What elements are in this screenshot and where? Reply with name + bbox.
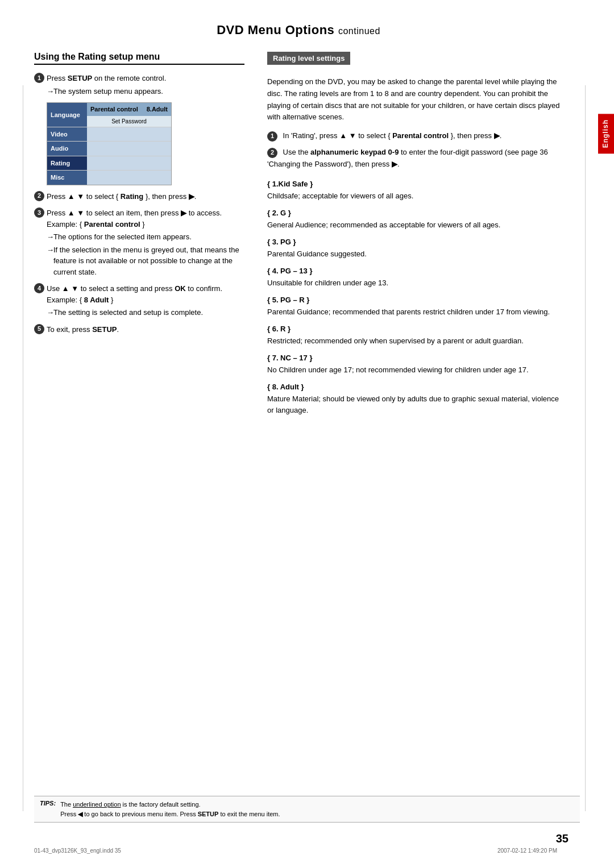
right-step-2-keypad: alphanumeric keypad 0-9 — [310, 148, 399, 156]
rating-categories: { 1.Kid Safe } Childsafe; acceptable for… — [267, 178, 563, 416]
menu-row-rating: Rating — [47, 156, 171, 171]
rating-4-title: { 4. PG – 13 } — [267, 265, 563, 277]
two-column-layout: Using the Rating setup menu 1 Press SETU… — [34, 52, 563, 421]
step-3-arrow2: If the selection in the menu is greyed o… — [47, 244, 244, 278]
step-3-example: Parental control — [84, 220, 140, 229]
right-step-1-number: 1 — [267, 131, 277, 142]
rating-1-title: { 1.Kid Safe } — [267, 178, 563, 190]
footer-left: 01-43_dvp3126K_93_engl.indd 35 — [34, 848, 121, 854]
step-2: 2 Press ▲ ▼ to select { Rating }, then p… — [34, 191, 244, 202]
step-2-number: 2 — [34, 191, 44, 201]
menu-parental-value: 8.Adult — [147, 105, 168, 114]
step-4: 4 Use ▲ ▼ to select a setting and press … — [34, 283, 244, 318]
step-1: 1 Press SETUP on the remote control. The… — [34, 73, 244, 185]
menu-label-audio: Audio — [47, 142, 87, 156]
menu-label-rating: Rating — [47, 156, 87, 171]
rating-2-title: { 2. G } — [267, 207, 563, 219]
rating-3-title: { 3. PG } — [267, 236, 563, 248]
step-3-bold: ▲ ▼ — [68, 209, 84, 217]
menu-label-language: Language — [47, 103, 87, 127]
rating-4-desc: Unsuitable for children under age 13. — [267, 277, 563, 289]
rating-8: { 8. Adult } Mature Material; should be … — [267, 381, 563, 416]
tips-label: TIPS: — [40, 800, 56, 819]
step-3: 3 Press ▲ ▼ to select an item, then pres… — [34, 207, 244, 277]
rating-1-desc: Childsafe; acceptable for viewers of all… — [267, 190, 563, 202]
menu-parental-text: Parental control — [90, 105, 138, 114]
page-container: English DVD Menu Options continued Using… — [0, 0, 614, 868]
rating-5-desc: Parental Guidance; recommended that pare… — [267, 306, 563, 318]
step-4-number: 4 — [34, 283, 44, 293]
rating-5-title: { 5. PG – R } — [267, 294, 563, 306]
rating-level-heading: Rating level settings — [267, 52, 350, 65]
menu-row-misc: Misc — [47, 171, 171, 185]
page-title-text: DVD Menu Options — [217, 23, 334, 37]
rating-8-title: { 8. Adult } — [267, 381, 563, 393]
rating-4: { 4. PG – 13 } Unsuitable for children u… — [267, 265, 563, 289]
setup-menu-box: Language Parental control 8.Adult Set Pa… — [47, 102, 172, 185]
rating-7-title: { 7. NC – 17 } — [267, 352, 563, 364]
step-3-number: 3 — [34, 207, 44, 218]
menu-row-video: Video — [47, 127, 171, 142]
right-step-1-parental: Parental control — [392, 131, 449, 140]
left-section-heading: Using the Rating setup menu — [34, 52, 244, 65]
tips-line2: Press ◀ to go back to previous menu item… — [60, 809, 280, 819]
tips-line1: The underlined option is the factory def… — [60, 800, 280, 809]
rating-6-desc: Restricted; recommended only when superv… — [267, 335, 563, 347]
rating-3-desc: Parental Guidance suggested. — [267, 248, 563, 260]
step-2-tri-down: ▼ — [77, 192, 84, 201]
setup-menu-diagram: Language Parental control 8.Adult Set Pa… — [47, 102, 244, 185]
footer-right: 2007-02-12 1:49:20 PM — [497, 848, 557, 854]
step-3-arrow1: The options for the selected item appear… — [47, 231, 244, 243]
step-2-tri-right: ▶ — [189, 192, 194, 201]
rating-2-desc: General Audience; recommended as accepta… — [267, 219, 563, 231]
right-step-2-number: 2 — [267, 148, 277, 158]
left-vline-decoration — [23, 85, 23, 811]
menu-label-misc: Misc — [47, 171, 87, 185]
rating-intro: Depending on the DVD, you may be asked t… — [267, 76, 563, 123]
step-5-setup: SETUP — [92, 325, 117, 334]
step-2-rating: Rating — [121, 192, 143, 201]
right-step-1: 1 In 'Rating', press ▲ ▼ to select { Par… — [267, 130, 563, 142]
menu-label-video: Video — [47, 127, 87, 142]
step-1-number: 1 — [34, 73, 44, 83]
tips-underline: underlined option — [73, 801, 121, 808]
step-5-number: 5 — [34, 324, 44, 334]
rating-6-title: { 6. R } — [267, 323, 563, 335]
tips-box: TIPS: The underlined option is the facto… — [34, 796, 580, 823]
right-step-2: 2 Use the alphanumeric keypad 0-9 to ent… — [267, 147, 563, 171]
step-4-arrow: The setting is selected and setup is com… — [47, 307, 244, 318]
rating-3: { 3. PG } Parental Guidance suggested. — [267, 236, 563, 260]
step-3-right: ▶ — [181, 209, 186, 217]
step-1-arrow: The system setup menu appears. — [47, 86, 244, 97]
steps-list: 1 Press SETUP on the remote control. The… — [34, 73, 244, 335]
rating-8-desc: Mature Material; should be viewed only b… — [267, 393, 563, 416]
step-4-ok: OK — [175, 284, 186, 293]
menu-content-parental: Parental control 8.Adult — [87, 103, 171, 116]
right-column: Rating level settings Depending on the D… — [267, 52, 563, 421]
page-title: DVD Menu Options continued — [34, 23, 563, 38]
menu-row-language: Language Parental control 8.Adult Set Pa… — [47, 103, 171, 127]
step-4-example: 8 Adult — [84, 296, 109, 304]
tips-content: The underlined option is the factory def… — [60, 800, 280, 819]
rating-2: { 2. G } General Audience; recommended a… — [267, 207, 563, 231]
rating-level-heading-container: Rating level settings — [267, 52, 563, 70]
step-2-tri-up: ▲ — [68, 192, 75, 201]
menu-row-audio: Audio — [47, 142, 171, 156]
step-1-bold: SETUP — [68, 74, 92, 82]
page-number: 35 — [556, 832, 569, 845]
rating-7: { 7. NC – 17 } No Children under age 17;… — [267, 352, 563, 376]
menu-set-password: Set Password — [87, 116, 171, 127]
right-vline-decoration — [585, 85, 586, 811]
main-content: DVD Menu Options continued Using the Rat… — [0, 0, 614, 444]
rating-1: { 1.Kid Safe } Childsafe; acceptable for… — [267, 178, 563, 202]
rating-6: { 6. R } Restricted; recommended only wh… — [267, 323, 563, 347]
page-title-continued: continued — [338, 26, 380, 36]
rating-7-desc: No Children under age 17; not recommende… — [267, 364, 563, 376]
english-tab: English — [598, 114, 614, 153]
left-column: Using the Rating setup menu 1 Press SETU… — [34, 52, 244, 340]
rating-5: { 5. PG – R } Parental Guidance; recomme… — [267, 294, 563, 318]
step-5: 5 To exit, press SETUP. — [34, 324, 244, 335]
